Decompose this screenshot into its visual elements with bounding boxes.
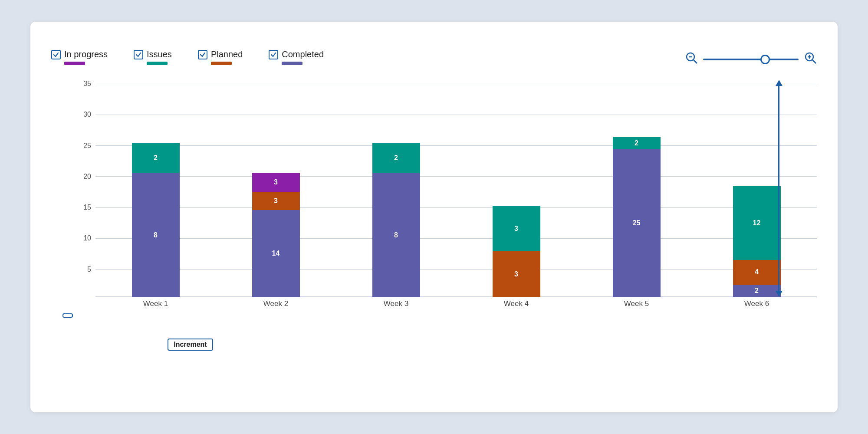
zoom-out-icon[interactable] [685, 51, 698, 67]
x-axis-label-row: Week 1Week 2Week 3Week 4Week 5Week 6Incr… [95, 299, 817, 330]
x-label-4: Week 5 [613, 299, 661, 308]
svg-line-1 [694, 60, 697, 63]
legend-checkbox-planned[interactable] [198, 50, 207, 59]
x-label-5: Week 6 [733, 299, 781, 308]
bar-group-week-1[interactable]: 82 [132, 143, 180, 297]
chart-card: In progressIssuesPlannedCompleted 353025… [30, 22, 838, 412]
legend-label-planned: Planned [211, 49, 243, 59]
legend-item-in_progress[interactable]: In progress [51, 49, 108, 65]
y-label-30: 30 [77, 111, 91, 118]
zoom-in-icon[interactable] [804, 51, 817, 67]
legend-row: In progressIssuesPlannedCompleted [51, 49, 685, 65]
legend-checkbox-in_progress[interactable] [51, 50, 61, 59]
bar-segment-planned-1: 3 [252, 192, 300, 210]
bar-stack-2: 82 [372, 143, 420, 297]
bar-group-week-3[interactable]: 82 [372, 143, 420, 297]
legend-color-issues [147, 62, 168, 65]
bar-segment-planned-5: 4 [733, 260, 781, 285]
y-label-20: 20 [77, 173, 91, 181]
bar-segment-issues-4: 2 [613, 137, 661, 150]
bar-segment-issues-5: 12 [733, 186, 781, 260]
chart-area: 3530252015105 82143382332522412 Week 1We… [51, 80, 817, 330]
bars-row: 82143382332522412 [95, 80, 817, 297]
x-label-0: Week 1 [132, 299, 180, 308]
bar-segment-issues-2: 2 [372, 143, 420, 173]
legend-label-in_progress: In progress [64, 49, 108, 59]
legend-label-issues: Issues [147, 49, 172, 59]
bar-segment-completed-0: 8 [132, 173, 180, 297]
bar-stack-1: 1433 [252, 173, 300, 297]
legend-checkbox-completed[interactable] [269, 50, 278, 59]
bar-group-week-2[interactable]: 1433 [252, 173, 300, 297]
bar-segment-completed-2: 8 [372, 173, 420, 297]
bar-segment-issues-0: 2 [132, 143, 180, 173]
zoom-control[interactable] [685, 51, 817, 67]
bar-segment-in_progress-1: 3 [252, 173, 300, 192]
legend-color-completed [282, 62, 302, 65]
bar-group-week-5[interactable]: 252 [613, 137, 661, 297]
zoom-slider-track[interactable] [703, 59, 799, 60]
range-indicator [778, 80, 779, 297]
bar-stack-0: 82 [132, 143, 180, 297]
legend-color-in_progress [64, 62, 85, 65]
zoom-slider-thumb[interactable] [760, 55, 770, 64]
y-axis-label-container [51, 80, 77, 330]
bar-segment-completed-4: 25 [613, 149, 661, 297]
x-label-2: Week 3 [372, 299, 420, 308]
increment-label: Increment [168, 339, 213, 351]
legend-item-completed[interactable]: Completed [269, 49, 324, 65]
legend-label-completed: Completed [282, 49, 324, 59]
bar-segment-completed-1: 14 [252, 210, 300, 297]
range-arrow-top [776, 80, 783, 86]
chart-inner: 3530252015105 82143382332522412 Week 1We… [77, 80, 817, 330]
y-label-25: 25 [77, 142, 91, 150]
bar-stack-4: 252 [613, 137, 661, 297]
range-line [778, 86, 779, 291]
bar-group-week-4[interactable]: 33 [493, 206, 540, 297]
x-label-3: Week 4 [493, 299, 540, 308]
y-axis-count-label [62, 313, 73, 318]
svg-line-4 [812, 60, 816, 63]
bar-stack-3: 33 [493, 206, 540, 297]
bar-segment-issues-3: 3 [493, 206, 540, 251]
bar-group-week-6[interactable]: 2412 [733, 186, 781, 297]
y-label-35: 35 [77, 80, 91, 88]
legend-checkbox-issues[interactable] [134, 50, 143, 59]
y-label-10: 10 [77, 234, 91, 242]
grid-and-bars: 3530252015105 82143382332522412 [77, 80, 817, 297]
bar-stack-5: 2412 [733, 186, 781, 297]
y-label-15: 15 [77, 204, 91, 211]
bar-segment-planned-3: 3 [493, 251, 540, 297]
y-label-5: 5 [77, 266, 91, 273]
range-arrow-bottom [776, 291, 783, 297]
legend-color-planned [211, 62, 232, 65]
x-label-1: Week 2 [252, 299, 300, 308]
legend-item-issues[interactable]: Issues [134, 49, 172, 65]
legend-item-planned[interactable]: Planned [198, 49, 243, 65]
bar-segment-completed-5: 2 [733, 285, 781, 297]
